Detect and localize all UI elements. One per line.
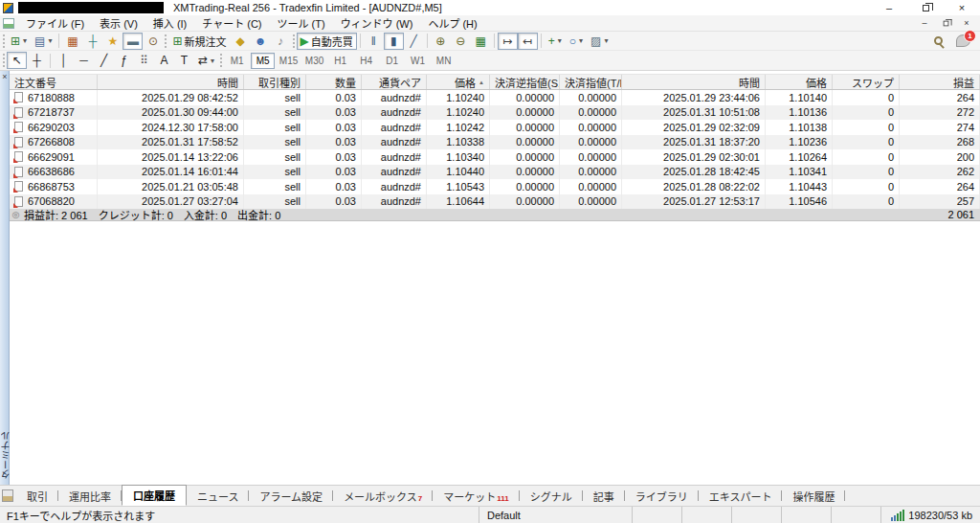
notifications-icon[interactable]: 1 bbox=[956, 34, 970, 47]
timeframe-mn[interactable]: MN bbox=[432, 53, 456, 69]
table-row[interactable]: 66638686 2025.01.14 16:01:44 sell 0.03 a… bbox=[10, 165, 980, 180]
timeframe-w1[interactable]: W1 bbox=[406, 53, 430, 69]
close-button[interactable]: × bbox=[944, 0, 980, 15]
tab-signals[interactable]: シグナル bbox=[520, 487, 583, 506]
restore-button[interactable] bbox=[907, 0, 944, 15]
column-stop-loss[interactable]: 決済逆指値(S... bbox=[490, 75, 560, 89]
tab-library[interactable]: ライブラリ bbox=[625, 487, 699, 506]
candle-chart-button[interactable]: ▮ bbox=[384, 33, 404, 50]
sound-button[interactable]: ♪ bbox=[271, 33, 291, 50]
minimize-button[interactable]: – bbox=[871, 0, 907, 15]
tab-trade[interactable]: 取引 bbox=[16, 487, 58, 506]
menu-insert[interactable]: 挿入 (I) bbox=[145, 15, 194, 31]
terminal-button[interactable]: ▬ bbox=[122, 33, 143, 50]
child-minimize-button[interactable]: – bbox=[916, 17, 933, 30]
strategy-tester-button[interactable]: ⊙ bbox=[143, 33, 163, 50]
tab-journal[interactable]: 操作履歴 bbox=[782, 487, 845, 506]
tile-windows-button[interactable]: ▦ bbox=[471, 33, 491, 50]
child-restore-button[interactable] bbox=[937, 17, 954, 30]
panel-close-button[interactable]: × bbox=[0, 72, 10, 82]
timeframe-d1[interactable]: D1 bbox=[380, 53, 404, 69]
zoom-out-button[interactable]: ⊖ bbox=[451, 33, 471, 50]
menu-window[interactable]: ウィンドウ (W) bbox=[333, 15, 421, 31]
button-icon: ⊞ bbox=[11, 35, 20, 47]
column-open-price[interactable]: 価格 bbox=[427, 75, 490, 89]
tab-market[interactable]: マーケット111 bbox=[433, 487, 519, 506]
tab-label: 運用比率 bbox=[69, 489, 111, 504]
menu-help[interactable]: ヘルプ (H) bbox=[420, 15, 484, 31]
fibonacci-button[interactable]: ƒ bbox=[114, 52, 134, 69]
templates-button[interactable]: ▨ bbox=[587, 33, 612, 50]
menu-tools[interactable]: ツール (T) bbox=[270, 15, 333, 31]
timeframe-m30[interactable]: M30 bbox=[302, 53, 326, 69]
tab-articles[interactable]: 記事 bbox=[583, 487, 625, 506]
new-chart-button[interactable]: ⊞ bbox=[7, 33, 31, 50]
timeframe-h4[interactable]: H4 bbox=[354, 53, 378, 69]
periods-button[interactable]: ○ bbox=[566, 33, 587, 50]
market-watch-button[interactable]: ▦ bbox=[62, 33, 82, 50]
timeframe-m15[interactable]: M15 bbox=[277, 53, 301, 69]
menu-view[interactable]: 表示 (V) bbox=[92, 15, 145, 31]
data-window-button[interactable]: ┼ bbox=[82, 33, 102, 50]
tab-alerts[interactable]: アラーム設定 bbox=[249, 487, 333, 506]
table-row[interactable]: 66868753 2025.01.21 03:05:48 sell 0.03 a… bbox=[10, 179, 980, 194]
table-row[interactable]: 67266808 2025.01.31 17:58:52 sell 0.03 a… bbox=[10, 135, 980, 150]
profit-cell: 268 bbox=[900, 135, 980, 150]
terminal-side-tab[interactable]: ターミナル bbox=[0, 431, 13, 479]
open-time-cell: 2025.01.14 16:01:44 bbox=[98, 165, 244, 180]
profiles-button[interactable]: ▤ bbox=[31, 33, 56, 50]
indicators-button[interactable]: + bbox=[545, 33, 566, 50]
community-button[interactable]: ☻ bbox=[251, 33, 271, 50]
column-swap[interactable]: スワップ bbox=[833, 75, 900, 89]
column-order-number[interactable]: 注文番号 bbox=[10, 75, 98, 89]
vertical-line-button[interactable]: │ bbox=[54, 52, 74, 69]
timeframe-m1[interactable]: M1 bbox=[225, 53, 249, 69]
autotrading-button[interactable]: ▶自動売買 bbox=[297, 33, 357, 50]
grid-button[interactable]: ⠿ bbox=[134, 52, 154, 69]
tab-label: 口座履歴 bbox=[133, 488, 175, 503]
stop-loss-cell: 0.00000 bbox=[490, 165, 560, 180]
cursor-button[interactable]: ↖ bbox=[7, 52, 27, 69]
order-cell: 66638686 bbox=[10, 165, 98, 180]
profile-selector[interactable]: Default bbox=[479, 507, 632, 523]
button-icon: ⠿ bbox=[140, 55, 148, 66]
zoom-in-button[interactable]: ⊕ bbox=[431, 33, 451, 50]
text-button[interactable]: A bbox=[154, 52, 174, 69]
tab-exposure[interactable]: 運用比率 bbox=[58, 487, 122, 506]
column-open-time[interactable]: 時間 bbox=[98, 75, 244, 89]
chart-shift-button[interactable]: ↤ bbox=[518, 33, 538, 50]
column-close-time[interactable]: 時間 bbox=[622, 75, 766, 89]
trendline-button[interactable]: ╱ bbox=[94, 52, 114, 69]
navigator-button[interactable]: ★ bbox=[102, 33, 122, 50]
search-icon[interactable] bbox=[934, 36, 943, 45]
bar-chart-button[interactable]: ‖ bbox=[364, 33, 384, 50]
new-order-button[interactable]: ⊞新規注文 bbox=[168, 33, 230, 50]
column-volume[interactable]: 数量 bbox=[306, 75, 362, 89]
arrows-button[interactable]: ⇄ bbox=[194, 52, 218, 69]
child-close-button[interactable]: × bbox=[958, 17, 975, 30]
table-row[interactable]: 66629091 2025.01.14 13:22:06 sell 0.03 a… bbox=[10, 149, 980, 165]
restore-icon bbox=[923, 5, 929, 11]
auto-scroll-button[interactable]: ↦ bbox=[498, 33, 518, 50]
tab-account-history[interactable]: 口座履歴 bbox=[122, 485, 187, 506]
column-type[interactable]: 取引種別 bbox=[244, 75, 306, 89]
line-chart-button[interactable]: ╱ bbox=[404, 33, 424, 50]
horizontal-line-button[interactable]: ─ bbox=[74, 52, 94, 69]
tab-mailbox[interactable]: メールボックス7 bbox=[333, 487, 433, 506]
timeframe-h1[interactable]: H1 bbox=[328, 53, 352, 69]
menu-file[interactable]: ファイル (F) bbox=[18, 15, 92, 31]
table-row[interactable]: 67180888 2025.01.29 08:42:52 sell 0.03 a… bbox=[10, 90, 980, 105]
metaeditor-button[interactable]: ◆ bbox=[231, 33, 251, 50]
tab-experts[interactable]: エキスパート bbox=[699, 487, 783, 506]
timeframe-m5[interactable]: M5 bbox=[251, 53, 275, 69]
column-take-profit[interactable]: 決済指値(T/P) bbox=[560, 75, 622, 89]
crosshair-button[interactable]: ┼ bbox=[27, 52, 47, 69]
column-profit[interactable]: 損益 bbox=[900, 75, 980, 89]
label-button[interactable]: T bbox=[174, 52, 194, 69]
column-symbol[interactable]: 通貨ペア bbox=[362, 75, 427, 89]
table-row[interactable]: 66290203 2024.12.30 17:58:00 sell 0.03 a… bbox=[10, 120, 980, 135]
column-close-price[interactable]: 価格 bbox=[766, 75, 833, 89]
table-row[interactable]: 67218737 2025.01.30 09:44:00 sell 0.03 a… bbox=[10, 105, 980, 121]
tab-news[interactable]: ニュース bbox=[187, 487, 249, 506]
menu-charts[interactable]: チャート (C) bbox=[194, 15, 269, 31]
